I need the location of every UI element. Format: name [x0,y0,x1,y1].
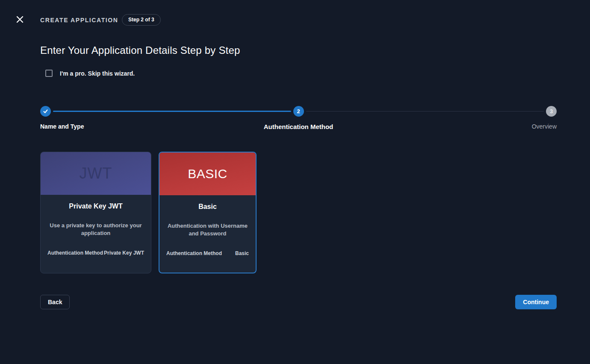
stepper-connector-upcoming [306,111,544,112]
card-meta-value: Private Key JWT [104,250,144,256]
stepper-connector-complete [53,111,291,112]
step-3-label: Overview [532,123,557,130]
close-icon [16,16,24,23]
card-title: Basic [166,203,249,211]
card-description: Authentication with Username and Passwor… [166,222,249,237]
card-title: Private Key JWT [47,203,144,210]
wizard-topbar: CREATE APPLICATION Step 2 of 3 [0,0,590,26]
card-meta-value: Basic [235,250,249,256]
skip-wizard-row[interactable]: I'm a pro. Skip this wizard. [45,70,135,77]
auth-method-card-private-key-jwt[interactable]: JWT Private Key JWT Use a private key to… [40,152,151,273]
step-2-label: Authentication Method [264,123,333,130]
jwt-card-banner: JWT [41,152,151,195]
wizard-body: Enter Your Application Details Step by S… [0,44,590,309]
step-1-circle[interactable] [40,106,51,117]
page-title: Enter Your Application Details Step by S… [40,44,557,56]
checkmark-icon [43,109,48,114]
step-1-label: Name and Type [40,123,84,130]
wizard-title: CREATE APPLICATION [40,17,118,23]
step-counter-badge: Step 2 of 3 [122,14,161,26]
step-3-circle[interactable]: 3 [546,106,557,117]
auth-method-card-list: JWT Private Key JWT Use a private key to… [40,152,557,273]
card-description: Use a private key to authorize your appl… [47,222,144,237]
wizard-footer: Back Continue [40,295,557,309]
basic-banner-text: BASIC [188,167,227,181]
card-meta-label: Authentication Method [47,250,103,256]
skip-wizard-label: I'm a pro. Skip this wizard. [60,70,135,77]
wizard-stepper: 2 3 Name and Type Authentication Method … [40,106,557,131]
card-meta-label: Authentication Method [166,250,222,256]
skip-wizard-checkbox[interactable] [45,70,53,77]
back-button[interactable]: Back [40,295,70,309]
continue-button[interactable]: Continue [515,295,557,309]
jwt-banner-text: JWT [80,164,112,182]
auth-method-card-basic[interactable]: BASIC Basic Authentication with Username… [159,152,257,273]
close-button[interactable] [15,14,25,24]
basic-card-banner: BASIC [159,153,256,195]
step-2-circle[interactable]: 2 [293,106,304,117]
